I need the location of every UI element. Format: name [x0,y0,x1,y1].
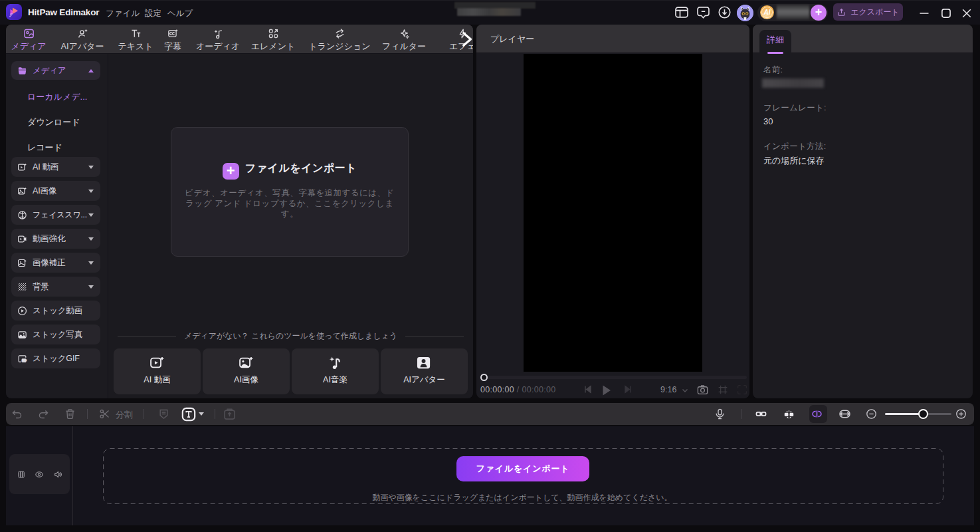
svg-text:GIF: GIF [22,358,27,362]
